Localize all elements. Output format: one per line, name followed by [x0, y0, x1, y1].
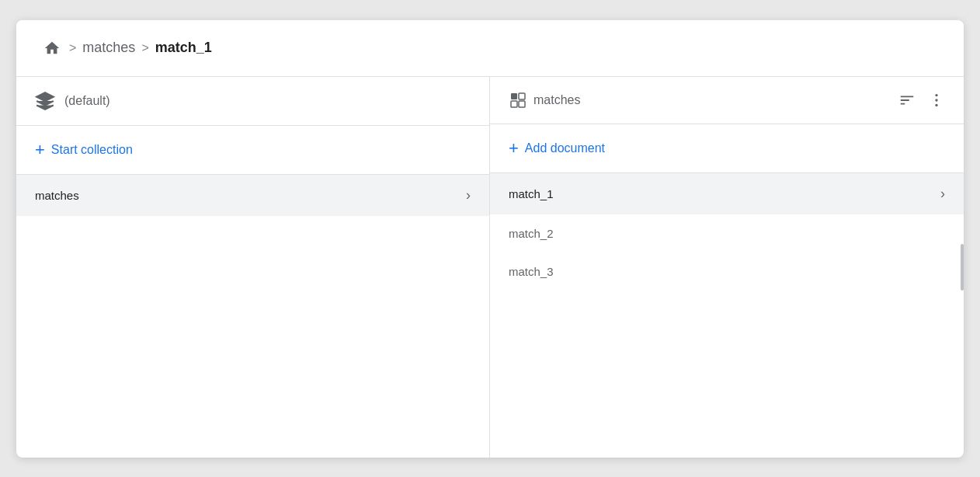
svg-rect-1 [511, 101, 517, 107]
match3-label: match_3 [509, 265, 554, 278]
svg-rect-2 [519, 93, 525, 99]
right-panel-add-area: + Add document [490, 124, 964, 173]
left-panel-actions: + Start collection [16, 126, 489, 175]
breadcrumb: > matches > match_1 [16, 20, 964, 77]
add-doc-plus-icon: + [509, 140, 519, 157]
right-panel-title: matches [533, 93, 892, 107]
add-document-label: Add document [525, 141, 605, 155]
svg-rect-3 [519, 101, 525, 107]
match2-label: match_2 [509, 227, 554, 240]
main-content: (default) + Start collection matches › [16, 77, 964, 458]
breadcrumb-item-matches[interactable]: matches [82, 40, 135, 56]
breadcrumb-sep-2: > [141, 41, 148, 55]
main-window: > matches > match_1 (default) [16, 20, 964, 458]
svg-point-6 [935, 103, 937, 106]
match1-list-item[interactable]: match_1 › [490, 173, 964, 214]
start-collection-button[interactable]: + Start collection [35, 138, 133, 162]
right-panel-action-buttons [898, 92, 945, 109]
right-panel-header: matches [490, 77, 964, 124]
chevron-right-icon: › [466, 187, 471, 204]
matches-list-item[interactable]: matches › [16, 175, 489, 216]
match1-label: match_1 [509, 187, 554, 200]
svg-point-5 [935, 99, 937, 101]
left-panel: (default) + Start collection matches › [16, 77, 490, 458]
left-panel-header: (default) [16, 77, 489, 126]
right-panel: matches [490, 77, 964, 458]
more-vert-button[interactable] [928, 92, 945, 109]
plus-icon: + [35, 141, 45, 158]
home-icon[interactable] [41, 37, 63, 59]
scrollbar[interactable] [961, 244, 964, 291]
collection-icon [509, 91, 527, 110]
matches-item-label: matches [35, 189, 79, 202]
left-panel-title: (default) [64, 94, 110, 108]
breadcrumb-item-match1: match_1 [155, 40, 212, 56]
layers-icon [35, 91, 55, 111]
svg-point-4 [935, 93, 937, 96]
match1-chevron-icon: › [940, 186, 945, 202]
breadcrumb-sep-1: > [69, 41, 76, 55]
match2-list-item[interactable]: match_2 [490, 214, 964, 252]
svg-rect-0 [511, 93, 517, 99]
filter-button[interactable] [898, 92, 916, 109]
add-document-button[interactable]: + Add document [509, 137, 605, 160]
start-collection-label: Start collection [51, 143, 133, 157]
match3-list-item[interactable]: match_3 [490, 252, 964, 291]
